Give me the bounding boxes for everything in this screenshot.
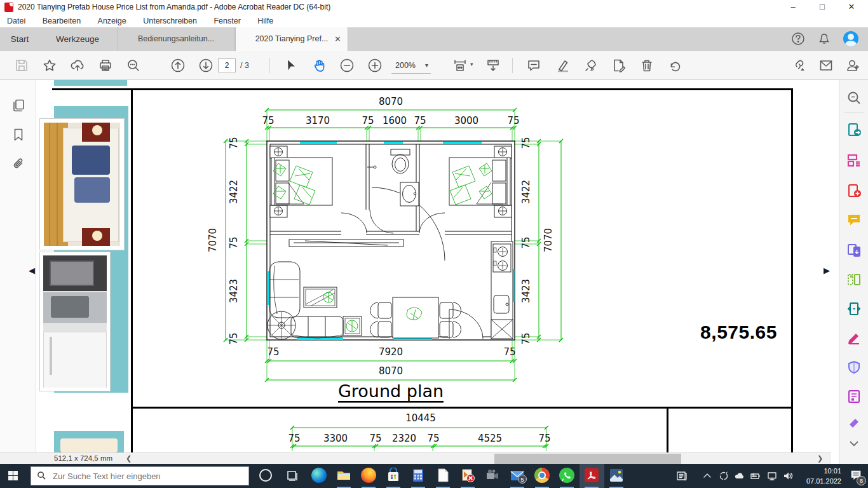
export-pdf-icon[interactable] [846, 122, 862, 137]
more-tools-pen-icon[interactable] [846, 416, 862, 431]
onedrive-cloud-icon[interactable] [734, 470, 745, 482]
zoom-in-icon[interactable] [367, 58, 383, 73]
chevron-down-icon[interactable]: ▾ [470, 61, 473, 67]
photos-app-icon[interactable] [609, 468, 625, 484]
fill-sign-icon[interactable] [846, 330, 862, 346]
title-bar: 2020 Tianying Prefab House Price List fr… [0, 0, 868, 15]
action-center-icon[interactable]: 8 [849, 468, 865, 485]
tray-chevron-up-icon[interactable] [702, 470, 713, 482]
highlight-icon[interactable] [555, 58, 571, 73]
previous-page-side-arrow[interactable]: ◀ [29, 266, 35, 275]
rotate-icon[interactable] [667, 58, 682, 73]
minimize-button[interactable]: – [780, 0, 806, 15]
sync-status-icon[interactable] [718, 470, 729, 482]
dim-lower-seg4: 75 [427, 433, 439, 444]
menu-hilfe[interactable]: Hilfe [250, 15, 280, 25]
menu-anzeige[interactable]: Anzeige [91, 15, 133, 25]
comment-tool-icon[interactable] [846, 212, 862, 227]
search-document-icon[interactable] [846, 90, 862, 105]
create-pdf-icon[interactable] [846, 183, 862, 198]
page-thumbnails-icon[interactable] [11, 98, 26, 113]
select-cursor-icon[interactable] [283, 58, 299, 73]
dim-lower-seg0: 75 [288, 433, 300, 444]
acrobat-taskbar-icon[interactable] [584, 468, 600, 484]
edge-icon[interactable] [311, 468, 328, 484]
zoom-level-select[interactable]: 200% ▾ [391, 58, 431, 74]
compress-pdf-icon[interactable] [846, 301, 862, 316]
app-error-icon[interactable] [460, 468, 477, 484]
chevron-down-icon: ▾ [425, 62, 428, 69]
next-page-side-arrow[interactable]: ▶ [824, 266, 830, 275]
tab-close-icon[interactable]: ✕ [334, 27, 341, 51]
email-icon[interactable] [818, 58, 834, 73]
doc-tab-bedienungsanleitung[interactable]: Bedienungsanleitun... [118, 27, 234, 51]
firefox-icon[interactable] [361, 468, 377, 484]
edit-pdf-icon[interactable] [846, 152, 862, 168]
tab-werkzeuge[interactable]: Werkzeuge [39, 27, 116, 51]
page-edit-icon[interactable] [611, 58, 627, 73]
share-link-icon[interactable] [790, 58, 806, 73]
doc-tab-tianying[interactable]: 2020 Tianying Pref... ✕ [235, 27, 348, 51]
taskbar-clock[interactable]: 10:01 07.01.2022 [798, 466, 841, 486]
cortana-icon[interactable] [259, 469, 276, 485]
attachments-icon[interactable] [11, 156, 26, 172]
dim-top-seg6: 75 [507, 115, 519, 126]
menu-bearbeiten[interactable]: Bearbeiten [36, 15, 88, 25]
dim-right-seg2: 75 [520, 236, 532, 248]
next-page-icon[interactable] [198, 58, 214, 73]
maximize-button[interactable]: □ [810, 0, 835, 15]
delete-icon[interactable] [639, 58, 654, 73]
comment-icon[interactable] [526, 58, 541, 73]
volume-icon[interactable] [782, 470, 794, 482]
protect-pdf-icon[interactable] [846, 360, 862, 375]
notification-bell-icon[interactable] [817, 32, 831, 46]
prepare-form-icon[interactable] [846, 389, 862, 404]
scroll-left-icon[interactable]: ❮ [126, 454, 132, 463]
add-person-icon[interactable] [845, 58, 860, 73]
tab-start[interactable]: Start [0, 27, 39, 51]
menu-datei[interactable]: Datei [0, 15, 32, 25]
page-number-input[interactable] [218, 58, 236, 72]
file-explorer-icon[interactable] [336, 468, 353, 484]
whatsapp-icon[interactable] [559, 468, 576, 484]
star-icon[interactable] [42, 58, 57, 73]
hand-tool-icon[interactable] [311, 58, 327, 73]
search-icon[interactable] [126, 58, 141, 73]
document-area: 8070 75 3170 75 1600 75 3000 75 75 3422 … [0, 80, 868, 452]
sign-icon[interactable] [583, 58, 599, 73]
camera-app-icon[interactable] [485, 468, 501, 484]
measure-tool-icon[interactable] [485, 58, 501, 73]
horizontal-scrollbar-thumb[interactable] [494, 454, 681, 464]
chrome-icon[interactable] [534, 468, 551, 484]
print-icon[interactable] [98, 58, 113, 73]
organize-pages-icon[interactable] [846, 272, 862, 287]
fit-width-icon[interactable] [452, 58, 468, 73]
toolbar: / 3 200% ▾ ▾ [0, 51, 868, 80]
help-icon[interactable] [791, 32, 805, 46]
menu-unterschreiben[interactable]: Unterschreiben [136, 15, 204, 25]
microsoft-store-icon[interactable] [386, 468, 402, 484]
task-view-icon[interactable] [286, 470, 302, 486]
share-upload-icon[interactable] [70, 58, 85, 73]
save-icon[interactable] [14, 58, 29, 73]
mail-icon[interactable]: 5 [510, 468, 526, 484]
taskbar-search-input[interactable] [31, 466, 249, 485]
document-app-icon[interactable] [435, 468, 452, 484]
news-widget-icon[interactable] [676, 470, 688, 482]
close-button[interactable]: ✕ [839, 0, 864, 15]
menu-fenster[interactable]: Fenster [207, 15, 247, 25]
combine-files-icon[interactable] [846, 243, 862, 258]
battery-icon[interactable] [750, 470, 761, 482]
table-border-left-column [131, 88, 133, 452]
calculator-icon[interactable] [410, 468, 427, 484]
start-button[interactable] [8, 471, 18, 481]
network-icon[interactable] [766, 470, 778, 482]
clock-time: 10:01 [798, 466, 841, 476]
user-avatar[interactable] [843, 31, 858, 46]
scroll-right-icon[interactable]: ❯ [817, 454, 823, 463]
dim-left-seg2: 75 [228, 236, 240, 248]
bookmarks-icon[interactable] [11, 127, 26, 142]
previous-page-icon[interactable] [170, 58, 186, 73]
sidebar-scroll-down-icon[interactable] [846, 436, 862, 451]
zoom-out-icon[interactable] [339, 58, 355, 73]
